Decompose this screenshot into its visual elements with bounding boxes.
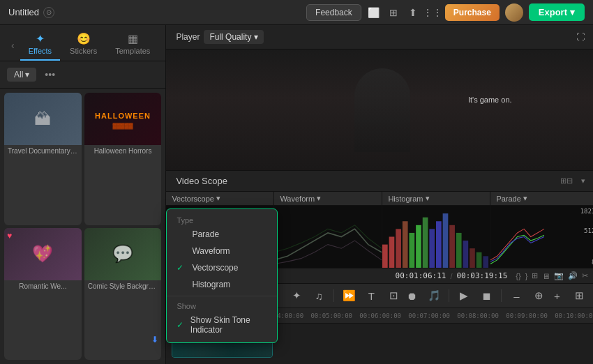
ruler-mark: 00:08:00:00 — [457, 312, 499, 319]
video-scope-section: Video Scope ⊞⊟ ▾ Vectorscope ▾ — [166, 170, 593, 283]
ruler-mark: 00:06:00:00 — [359, 312, 401, 319]
thumb-comic: 💬 ⬇ — [84, 228, 162, 280]
play-button[interactable]: ▶ — [455, 287, 473, 305]
dropdown-item-waveform[interactable]: Waveform — [167, 243, 277, 259]
scope-panel-waveform-header: Waveform ▾ — [274, 192, 382, 206]
more-options-button[interactable]: ••• — [40, 67, 59, 82]
right-panel: Player Full Quality ▾ ⛶ It's game on. Vi… — [166, 25, 593, 364]
thumb-travel: 🏔 — [4, 93, 82, 145]
toolbar-center: ⏺ 🎵 ▶ ⏹ – ⊕ — [403, 287, 548, 305]
nav-back-icon[interactable]: ‹ — [7, 37, 19, 54]
scope-title: Video Scope — [176, 176, 227, 186]
toolbar-right: + ⊞ — [548, 287, 588, 305]
filter-bar: All ▾ ••• — [0, 61, 165, 89]
parade-top-value: 1823 — [580, 208, 593, 215]
tab-templates[interactable]: ▦ Templates — [107, 29, 158, 61]
scope-collapse-icon[interactable]: ▾ — [578, 175, 588, 187]
dropdown-item-histogram[interactable]: Histogram — [167, 276, 277, 293]
split-button[interactable]: ⊕ — [530, 287, 548, 305]
svg-rect-15 — [416, 225, 422, 268]
tab-effects[interactable]: ✦ Effects — [20, 29, 60, 61]
histogram-chevron-icon: ▾ — [426, 194, 430, 203]
dropdown-item-skin-tone[interactable]: ✓ Show Skin Tone Indicator — [167, 312, 277, 338]
romantic-icon: 💖 — [32, 244, 53, 264]
speed-button[interactable]: ⏩ — [340, 287, 358, 305]
vectorscope-chevron-icon: ▾ — [216, 194, 220, 203]
player-fullscreen-icon[interactable]: ⛶ — [573, 29, 588, 45]
scope-audio-icon[interactable]: 🔊 — [568, 271, 578, 280]
scope-panel-parade: Parade ▾ — [490, 192, 593, 268]
stop-button[interactable]: ⏹ — [477, 287, 495, 305]
top-bar-left: Untitled ⊙ — [8, 7, 54, 18]
tab-stickers[interactable]: 😊 Stickers — [61, 29, 105, 61]
filter-toolbar-button[interactable]: ⊡ — [384, 287, 403, 305]
scope-panel-vectorscope-header: Vectorscope ▾ — [166, 192, 273, 206]
dropdown-check-waveform — [177, 246, 186, 256]
dropdown-type-label: Type — [167, 213, 277, 226]
effects-toolbar-button[interactable]: ✦ — [287, 287, 306, 305]
parade-mid-value: 512 — [584, 227, 593, 234]
export-button[interactable]: Export ▾ — [529, 3, 585, 21]
svg-rect-20 — [450, 225, 456, 268]
add-button[interactable]: + — [548, 287, 566, 305]
dropdown-item-parade[interactable]: Parade — [167, 226, 277, 243]
vectorscope-dropdown-trigger[interactable]: Vectorscope ▾ — [172, 194, 220, 203]
parade-dropdown-trigger[interactable]: Parade ▾ — [496, 194, 527, 203]
upload-icon[interactable]: ⬆ — [406, 6, 420, 20]
media-grid: 🏔 Travel Documentary test HALLOWEEN ▓▓▓▓… — [0, 89, 165, 364]
scope-cut-icon[interactable]: ✂ — [582, 271, 588, 280]
avatar[interactable] — [505, 3, 523, 22]
feedback-button[interactable]: Feedback — [306, 4, 361, 21]
effects-icon: ✦ — [36, 32, 45, 45]
list-item[interactable]: 💬 ⬇ Comic Style Backgro... — [84, 228, 162, 361]
scope-panels: Vectorscope ▾ — [166, 192, 593, 268]
scope-action-icon-1[interactable]: {} — [516, 272, 520, 280]
dropdown-item-vectorscope[interactable]: ✓ Vectorscope — [167, 259, 277, 276]
filter-chevron-icon: ▾ — [25, 70, 29, 79]
scope-panel-waveform: Waveform ▾ — [274, 192, 382, 268]
text-button[interactable]: T — [362, 287, 380, 305]
histogram-dropdown-trigger[interactable]: Histogram ▾ — [388, 194, 429, 203]
thumb-romantic: 💖 ♥ — [4, 228, 82, 280]
media-button[interactable]: 🎵 — [425, 287, 443, 305]
scope-monitor-icon[interactable]: 🖥 — [542, 272, 550, 280]
window-title: Untitled — [8, 7, 39, 17]
grid-icon[interactable]: ⋮⋮ — [426, 6, 440, 20]
svg-rect-8 — [274, 206, 382, 268]
chevron-down-icon: ▾ — [570, 7, 575, 17]
scope-action-icon-2[interactable]: } — [525, 272, 528, 280]
grid-toolbar-button[interactable]: ⊞ — [570, 287, 588, 305]
scope-camera-icon[interactable]: 📷 — [554, 271, 564, 280]
svg-rect-19 — [443, 213, 449, 268]
monitor-icon[interactable]: ⬜ — [367, 6, 381, 20]
audio-toolbar-button[interactable]: ♫ — [310, 287, 328, 305]
list-item[interactable]: HALLOWEEN ▓▓▓▓▓ Halloween Horrors — [84, 93, 162, 225]
title-status-icon: ⊙ — [43, 7, 54, 18]
filter-all-button[interactable]: All ▾ — [7, 68, 36, 82]
svg-rect-14 — [410, 233, 415, 268]
purchase-button[interactable]: Purchase — [445, 4, 500, 21]
svg-rect-18 — [436, 221, 442, 268]
timecode-current: 00:01:06:11 — [396, 271, 446, 280]
quality-select[interactable]: Full Quality ▾ — [204, 30, 264, 44]
scope-grid-icon[interactable]: ⊞⊟ — [557, 175, 576, 187]
dropdown-show-label: Show — [167, 299, 277, 312]
image-placeholder-icon: 🏔 — [34, 109, 51, 129]
ruler-mark: 00:07:00:00 — [408, 312, 450, 319]
mute-button[interactable]: – — [507, 287, 525, 305]
scope-layout-icon[interactable]: ⊞ — [532, 271, 538, 280]
layout-icon[interactable]: ⊞ — [386, 6, 400, 20]
dropdown-check-skin-tone: ✓ — [177, 320, 184, 330]
scope-header: Video Scope ⊞⊟ ▾ — [166, 171, 593, 192]
dropdown-check-vectorscope: ✓ — [177, 263, 186, 273]
record-button[interactable]: ⏺ — [403, 287, 421, 305]
player-quality: Player Full Quality ▾ — [176, 30, 264, 44]
scope-dropdown: Type Parade Waveform ✓ Vectorscope — [166, 208, 278, 343]
toolbar-separator-3 — [501, 289, 502, 302]
main-layout: ‹ ✦ Effects 😊 Stickers ▦ Templates All ▾… — [0, 25, 593, 364]
waveform-dropdown-trigger[interactable]: Waveform ▾ — [280, 194, 321, 203]
scope-panel-parade-header: Parade ▾ — [490, 192, 593, 206]
top-bar-center: Feedback ⬜ ⊞ ⬆ ⋮⋮ Purchase Export ▾ — [306, 3, 585, 22]
list-item[interactable]: 🏔 Travel Documentary test — [4, 93, 82, 225]
list-item[interactable]: 💖 ♥ Romantic We... — [4, 228, 82, 361]
